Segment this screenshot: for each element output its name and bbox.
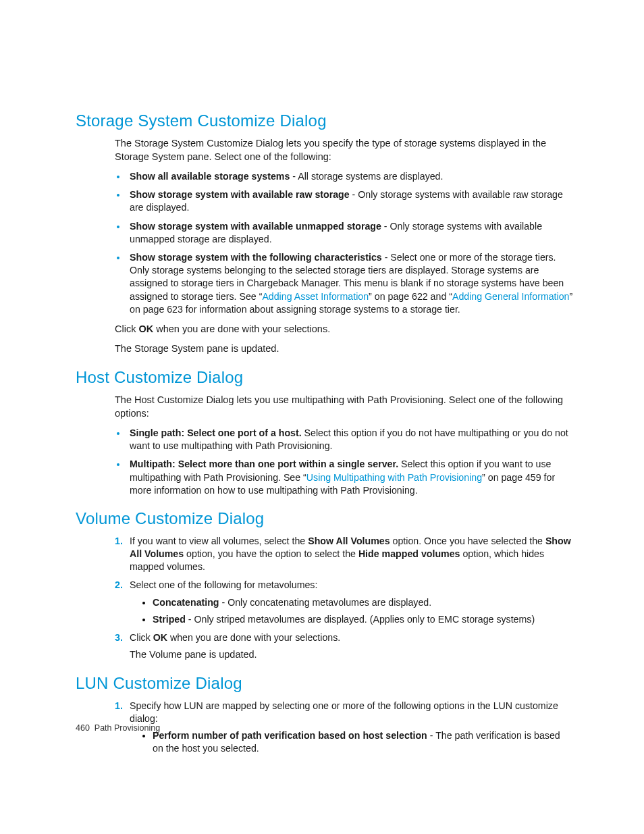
body-storage: The Storage System Customize Dialog lets… — [115, 137, 573, 356]
list-item: Show storage system with available raw s… — [127, 188, 573, 214]
bullets-host: Single path: Select one port of a host. … — [115, 427, 573, 497]
list-item: Select one of the following for metavolu… — [115, 579, 573, 626]
heading-host: Host Customize Dialog — [76, 368, 573, 387]
sub-lun: Perform number of path verification base… — [130, 729, 573, 755]
result-volume: The Volume pane is updated. — [130, 648, 573, 662]
footer: 460 Path Provisioning — [76, 723, 160, 733]
list-item: Striped - Only striped metavolumes are d… — [153, 613, 573, 626]
result-storage: The Storage System pane is updated. — [115, 342, 573, 356]
list-item: Show storage system with the following c… — [127, 251, 573, 316]
bullets-storage: Show all available storage systems - All… — [115, 170, 573, 316]
intro-host: The Host Customize Dialog lets you use m… — [115, 394, 573, 420]
body-volume: If you want to view all volumes, select … — [115, 535, 573, 662]
link-adding-general[interactable]: Adding General Information — [452, 291, 570, 302]
list-item: Perform number of path verification base… — [153, 729, 573, 755]
chapter-name: Path Provisioning — [95, 723, 160, 733]
numbers-volume: If you want to view all volumes, select … — [115, 535, 573, 662]
list-item: Single path: Select one port of a host. … — [127, 427, 573, 452]
section-volume: Volume Customize Dialog If you want to v… — [76, 509, 573, 662]
heading-storage: Storage System Customize Dialog — [76, 111, 573, 130]
heading-lun: LUN Customize Dialog — [76, 674, 573, 693]
click-ok-storage: Click OK when you are done with your sel… — [115, 323, 573, 336]
intro-storage: The Storage System Customize Dialog lets… — [115, 137, 573, 163]
link-multipathing[interactable]: Using Multipathing with Path Provisionin… — [306, 472, 482, 483]
body-lun: Specify how LUN are mapped by selecting … — [115, 700, 573, 756]
list-item: Specify how LUN are mapped by selecting … — [115, 700, 573, 756]
page: Storage System Customize Dialog The Stor… — [0, 0, 644, 834]
sub-volume: Concatenating - Only concatenating metav… — [130, 596, 573, 626]
list-item: Show all available storage systems - All… — [127, 170, 573, 183]
section-storage: Storage System Customize Dialog The Stor… — [76, 111, 573, 356]
list-item: Concatenating - Only concatenating metav… — [153, 596, 573, 609]
section-host: Host Customize Dialog The Host Customize… — [76, 368, 573, 497]
section-lun: LUN Customize Dialog Specify how LUN are… — [76, 674, 573, 756]
list-item: If you want to view all volumes, select … — [115, 535, 573, 574]
heading-volume: Volume Customize Dialog — [76, 509, 573, 528]
page-number: 460 — [76, 723, 90, 733]
link-adding-asset[interactable]: Adding Asset Information — [262, 291, 369, 302]
list-item: Show storage system with available unmap… — [127, 220, 573, 246]
body-host: The Host Customize Dialog lets you use m… — [115, 394, 573, 497]
list-item: Multipath: Select more than one port wit… — [127, 458, 573, 497]
list-item: Click OK when you are done with your sel… — [115, 631, 573, 662]
numbers-lun: Specify how LUN are mapped by selecting … — [115, 700, 573, 756]
